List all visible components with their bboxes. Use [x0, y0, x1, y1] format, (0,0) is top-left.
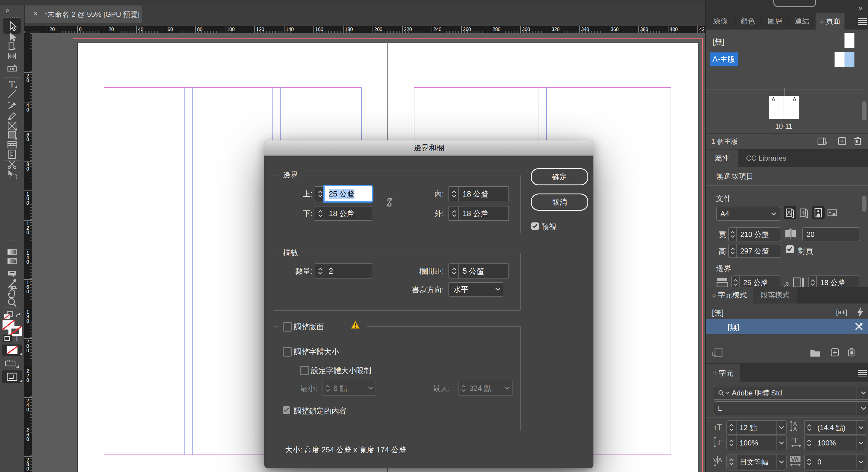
margin-inside-field[interactable]: 18 公釐 — [458, 186, 509, 201]
adjust-locked-checkbox[interactable] — [283, 406, 290, 414]
font-style-field[interactable]: L — [714, 401, 868, 415]
column-count-stepper[interactable] — [315, 263, 325, 279]
document-tab[interactable]: × *未命名-2 @ 55% [GPU 預覽] — [18, 5, 142, 23]
ruler-label: 140 — [25, 251, 30, 264]
character-menu-icon[interactable] — [858, 370, 867, 376]
font-size-limits-checkbox[interactable] — [300, 366, 309, 375]
delete-page-icon[interactable] — [852, 136, 863, 147]
margin-inside-stepper[interactable] — [448, 186, 459, 201]
apply-none-button[interactable] — [2, 344, 22, 359]
master-a-label-highlight[interactable]: A-主版 — [710, 53, 738, 66]
margin-bottom-field[interactable]: 18 公釐 — [324, 206, 372, 221]
cancel-button[interactable]: 取消 — [531, 193, 588, 211]
view-options-icon[interactable] — [4, 359, 20, 371]
margin-outside-stepper[interactable] — [448, 206, 459, 221]
kerning-combo[interactable]: 日文等幅 — [726, 454, 786, 469]
zoom-tool[interactable] — [3, 295, 21, 310]
pages-scrollbar[interactable] — [862, 101, 867, 121]
orientation-portrait-icon[interactable] — [812, 206, 825, 219]
tab-links[interactable]: 連結 — [788, 13, 815, 30]
horizontal-ruler[interactable]: 2002040608010012014016018020022024026028… — [24, 26, 705, 33]
font-size-combo[interactable]: 12 點 — [726, 420, 786, 435]
tab-character-styles[interactable]: ◇字元樣式 — [706, 287, 753, 304]
edit-page-size-icon[interactable] — [816, 136, 828, 147]
delete-style-icon[interactable] — [846, 347, 857, 358]
height-stepper[interactable] — [728, 244, 737, 258]
spread-thumbnail[interactable]: A A — [769, 96, 799, 119]
tab-layers[interactable]: 圖層 — [761, 13, 788, 30]
ruler-label: 300 — [522, 27, 530, 32]
text-direction-horizontal-icon[interactable]: A — [784, 206, 796, 219]
margin-top-stepper[interactable] — [315, 186, 325, 201]
tab-pages[interactable]: ◇頁面 — [815, 13, 844, 30]
tracking-combo[interactable]: 0 — [804, 454, 866, 469]
baseline-shift-combo[interactable]: 0% — [726, 471, 786, 472]
master-none-label[interactable]: [無] — [712, 37, 724, 47]
margin-top-field[interactable]: 25 公釐 — [324, 186, 372, 201]
vertical-scale-combo[interactable]: 100% — [726, 436, 786, 450]
ruler-label: 80 — [25, 162, 30, 171]
preview-checkbox[interactable] — [531, 222, 539, 230]
width-field[interactable]: 210 公釐 — [736, 227, 781, 242]
panel-overflow-icon[interactable]: » — [858, 4, 861, 12]
tab-paragraph-styles[interactable]: 段落樣式 — [753, 287, 798, 304]
style-selected-row[interactable]: [無] — [706, 319, 868, 334]
font-family-field[interactable]: Adobe 明體 Std — [714, 386, 868, 400]
tab-cc-libraries[interactable]: CC Libraries — [738, 150, 795, 167]
ok-button[interactable]: 確定 — [531, 168, 588, 185]
pages-count-field[interactable]: 20 — [802, 227, 860, 242]
margin-bottom-stepper[interactable] — [315, 206, 325, 221]
ruler-tick — [579, 26, 580, 33]
content-collector-tool[interactable] — [3, 60, 21, 76]
tab-character[interactable]: ◇字元 — [706, 365, 740, 382]
leading-combo[interactable]: (14.4 點) — [804, 420, 866, 435]
new-page-icon[interactable] — [837, 136, 847, 147]
new-style-icon[interactable] — [830, 347, 840, 358]
horizontal-scale-combo[interactable]: 100% — [804, 436, 866, 450]
tab-color[interactable]: 顏色 — [734, 13, 761, 30]
column-count-field[interactable]: 2 — [324, 263, 372, 279]
free-transform-tool[interactable] — [3, 167, 21, 183]
clear-overrides-icon[interactable] — [854, 322, 864, 331]
grid-tracking-combo[interactable]: 0 — [804, 471, 866, 472]
pages-panel: [無] A-主版 A A 10-11 1 個主版 — [706, 30, 868, 149]
ruler-tick — [24, 102, 32, 102]
master-a-thumbnail-left[interactable] — [835, 52, 844, 67]
facing-pages-checkbox[interactable] — [786, 245, 794, 253]
adjust-font-size-checkbox[interactable] — [283, 347, 292, 356]
tab-properties[interactable]: 屬性 — [706, 150, 738, 167]
new-style-badge-icon[interactable]: [a+] — [836, 308, 847, 316]
gutter-field[interactable]: 5 公釐 — [458, 263, 509, 279]
master-none-thumbnail[interactable] — [844, 33, 855, 48]
ruler-tick — [24, 131, 32, 132]
width-stepper[interactable] — [728, 227, 737, 242]
master-a-thumbnail-right[interactable] — [844, 52, 855, 67]
properties-scrollbar[interactable] — [862, 196, 867, 212]
style-folder-icon[interactable] — [809, 348, 821, 358]
spread-label[interactable]: 10-11 — [775, 122, 792, 130]
lightning-icon[interactable] — [857, 307, 864, 317]
page-size-dropdown[interactable]: A4 — [716, 207, 781, 221]
create-style-icon[interactable] — [710, 347, 724, 359]
formatting-container-icon[interactable] — [2, 334, 12, 345]
text-direction-vertical-icon[interactable]: 本 — [798, 206, 810, 219]
min-combo[interactable]: 6 點 — [322, 381, 376, 396]
ruler-tick — [107, 26, 107, 33]
height-field[interactable]: 297 公釐 — [736, 244, 781, 258]
margin-outside-field[interactable]: 18 公釐 — [458, 206, 509, 221]
formatting-text-icon[interactable]: T — [14, 334, 19, 343]
gutter-stepper[interactable] — [448, 263, 459, 279]
vertical-ruler[interactable]: 20406080100120140160180200220240260280 — [24, 33, 32, 472]
close-icon[interactable]: × — [33, 9, 38, 19]
screen-mode-button[interactable] — [2, 370, 22, 386]
tab-stroke[interactable]: 線條 — [707, 13, 734, 30]
panel-menu-icon[interactable] — [858, 18, 867, 25]
ruler-label: 120 — [25, 221, 30, 235]
toolbar-overflow-icon[interactable]: » — [5, 7, 8, 14]
adjust-layout-checkbox[interactable] — [283, 322, 292, 332]
link-margins-icon[interactable] — [385, 197, 393, 210]
writing-direction-dropdown[interactable]: 水平 — [448, 282, 503, 296]
max-combo[interactable]: 324 點 — [458, 381, 513, 396]
orientation-landscape-icon[interactable] — [826, 206, 838, 219]
dialog-title[interactable]: 邊界和欄 — [264, 140, 593, 156]
